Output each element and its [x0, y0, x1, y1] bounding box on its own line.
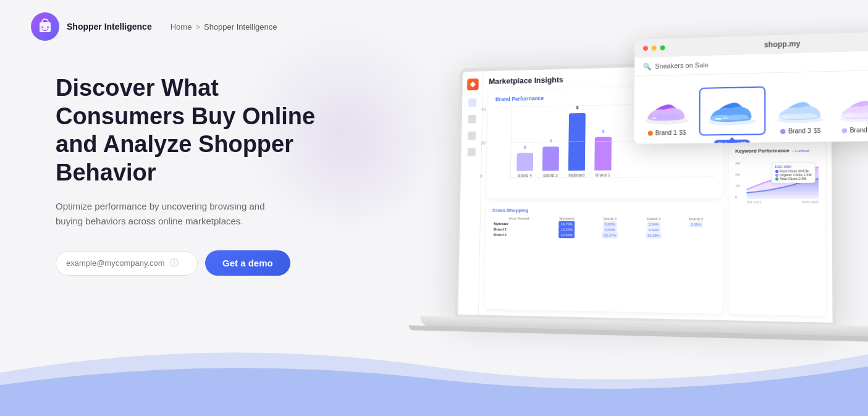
svg-rect-12 [715, 118, 722, 120]
shopp-search-text: Sneakers on Sale [655, 61, 708, 70]
product-dot-brand3 [781, 129, 786, 134]
breadcrumb-separator: > [195, 22, 200, 32]
dashboard-area: Marketplace Insights Brand Performance 4… [408, 19, 868, 394]
kw-y-2m: 2M [735, 172, 740, 176]
logo-area[interactable]: Shopper Intelligence [31, 12, 152, 41]
email-input-wrapper[interactable]: ⓘ [56, 251, 198, 276]
y-label-40: 40 [481, 107, 486, 111]
sidebar-icon-chart[interactable] [468, 115, 476, 124]
shopp-products: Brand 1 $$ Mybrand $$ [634, 70, 868, 144]
product-mybrand: Mybrand $$ [699, 87, 765, 136]
product-brand1: Brand 1 $$ [643, 95, 692, 137]
product-name-brand1: Brand 1 [655, 129, 677, 136]
svg-point-3 [47, 27, 49, 28]
kw-y-labels: 3M 2M 1M 0 [735, 161, 740, 199]
keyword-title: Keyword Performance [735, 148, 790, 154]
shoe-mybrand [704, 91, 761, 129]
kw-tooltip-total: Total Clicks 2.5M [775, 177, 812, 180]
svg-rect-10 [652, 117, 657, 119]
keyword-tooltip: DEC 2020 Paid Clicks 204.5k Organic Clic… [771, 162, 815, 183]
cross-table-header-also: Also Viewed [492, 216, 546, 221]
hero-title: Discover What Consumers Buy Online and A… [56, 74, 352, 187]
svg-rect-15 [783, 116, 788, 117]
y-axis: 40 20 0 [480, 107, 486, 178]
keyword-chart: 3M 2M 1M 0 [735, 161, 819, 199]
kw-x-nov: NOV 2021 [802, 200, 819, 204]
logo-icon [31, 12, 59, 41]
sidebar-icon-settings[interactable] [468, 132, 476, 140]
svg-point-2 [41, 27, 43, 28]
hero-content: Discover What Consumers Buy Online and A… [56, 74, 352, 276]
product-brand4: Brand 4 $$ [836, 93, 868, 134]
y-label-20: 20 [481, 140, 485, 145]
header: Shopper Intelligence Home > Shopper Inte… [0, 0, 868, 53]
cross-cell-mb-b3: 3.55% [689, 221, 703, 227]
breadcrumb-current: Shopper Intelligence [204, 22, 277, 32]
search-icon: 🔍 [643, 62, 652, 70]
hero-subtitle: Optimize performance by uncovering brows… [56, 199, 290, 229]
svg-rect-13 [723, 117, 728, 119]
product-dot-brand4 [842, 128, 848, 133]
email-input[interactable] [66, 258, 165, 268]
breadcrumb-home[interactable]: Home [171, 22, 192, 32]
product-brand4-label-row: Brand 4 $$ [842, 126, 868, 134]
sidebar-icon-users[interactable] [467, 148, 475, 157]
info-icon: ⓘ [170, 258, 179, 269]
kw-x-jul: JUL 2021 [746, 200, 761, 204]
shoe-brand4 [836, 93, 868, 125]
product-price-brand3: $$ [814, 127, 821, 134]
keyword-subtitle: + Luminar [792, 149, 809, 153]
product-price-brand1: $$ [679, 129, 686, 136]
product-name-brand4: Brand 4 [849, 127, 868, 134]
keyword-performance-panel: Keyword Performance + Luminar 3M 2M 1M 0 [729, 141, 826, 316]
kw-y-1m: 1M [735, 184, 740, 188]
email-form: ⓘ Get a demo [56, 250, 352, 276]
shoe-brand1 [643, 95, 692, 127]
cross-shopping-panel: Cross-Shopping Also Viewed Mybrand Brand… [484, 202, 722, 313]
cross-cell-b2-b2: 16.28% [646, 232, 662, 239]
kw-tooltip-date: DEC 2020 [775, 164, 812, 169]
cross-row-brand2: Brand 2 [492, 232, 546, 237]
sidebar-icon-home[interactable] [468, 98, 476, 107]
cta-button[interactable]: Get a demo [205, 250, 290, 276]
breadcrumb: Home > Shopper Intelligence [171, 22, 277, 32]
logo-text: Shopper Intelligence [67, 21, 152, 32]
cross-shopping-table: Also Viewed Mybrand Brand 1 Brand 2 Bran… [492, 216, 716, 239]
cross-row-mybrand: Mybrand [492, 221, 546, 227]
product-name-brand3: Brand 3 [788, 127, 811, 135]
mybrand-highlight: Mybrand $$ [699, 87, 765, 136]
product-brand1-label-row: Brand 1 $$ [648, 129, 686, 137]
cross-shopping-title: Cross-Shopping [492, 207, 717, 213]
product-dot-brand1 [648, 130, 653, 135]
cross-cell-b2-mb: 12.54% [558, 232, 575, 238]
kw-y-0: 0 [735, 195, 740, 199]
shoe-brand3 [773, 92, 828, 125]
kw-y-3m: 3M [735, 161, 740, 165]
product-brand3-label-row: Brand 3 $$ [781, 127, 821, 135]
svg-rect-17 [845, 116, 851, 117]
cross-cell-b2-b1: 23.17% [602, 232, 618, 239]
product-brand3: Brand 3 $$ [773, 92, 828, 135]
y-label-0: 0 [480, 174, 484, 179]
sidebar-logo [467, 79, 479, 90]
